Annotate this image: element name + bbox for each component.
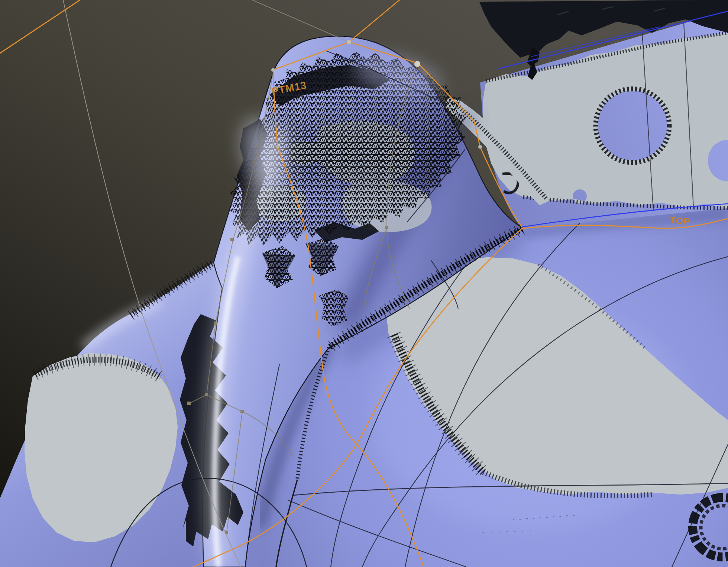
vertex-highlighted[interactable] [414,61,420,67]
curve-label-top[interactable]: TOP [670,215,690,227]
cad-3d-viewport[interactable]: PTM13 TOP [0,0,728,567]
viewport-canvas[interactable]: PTM13 TOP [0,0,728,567]
